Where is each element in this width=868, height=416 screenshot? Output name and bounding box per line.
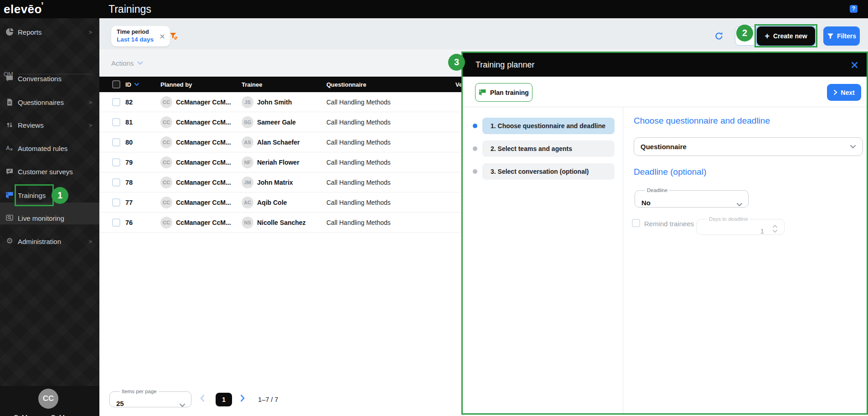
eleveo-logo: elevēo’ (4, 2, 45, 16)
days-to-deadline-value: 1 (760, 227, 764, 235)
cell-id: 77 (125, 199, 160, 206)
chevron-right-icon (240, 394, 245, 402)
prev-page-button[interactable] (200, 394, 205, 402)
panel-header: Training planner (463, 53, 867, 77)
row-checkbox[interactable] (112, 138, 120, 146)
chip-close-icon[interactable] (159, 33, 165, 40)
step-3[interactable]: 3. Select conversation (optional) (482, 163, 615, 180)
chevron-right-icon (833, 89, 837, 95)
remind-trainees-checkbox[interactable] (632, 219, 640, 227)
cell-id: 78 (125, 179, 160, 186)
items-per-page-select[interactable]: Items per page 25 (109, 389, 191, 407)
chevron-right-icon: > (88, 238, 92, 245)
help-icon[interactable]: ? (850, 5, 858, 13)
cell-questionnaire: Call Handling Methods (326, 219, 455, 226)
cell-questionnaire: Call Handling Methods (326, 119, 455, 126)
number-stepper[interactable] (772, 225, 778, 233)
cell-trainee: Nicolle Sanchez (257, 219, 306, 226)
chevron-down-icon (137, 61, 144, 65)
sidebar-item-label: Automated rules (18, 145, 67, 152)
questionnaire-select[interactable]: Questionnaire (634, 137, 863, 156)
sidebar-item-automated-rules[interactable]: A Automated rules (0, 138, 99, 158)
sidebar-item-reports[interactable]: Reports > (0, 22, 99, 42)
sidebar-item-label: Questionnaires (18, 99, 64, 106)
sidebar-item-conversations[interactable]: Conversations (0, 68, 99, 88)
sidebar-item-trainings[interactable]: Trainings (0, 185, 99, 205)
time-period-chip[interactable]: Time period Last 14 days (111, 26, 170, 47)
column-questionnaire[interactable]: Questionnaire (326, 81, 455, 88)
plan-training-label: Plan training (490, 89, 529, 96)
days-to-deadline-input[interactable]: Days to deadline 1 (697, 216, 785, 235)
sidebar-item-customer-surveys[interactable]: Customer surveys (0, 161, 99, 182)
chevron-down-icon (772, 229, 778, 233)
cell-trainee: John Matrix (257, 179, 293, 186)
cell-trainee: Alan Schaefer (257, 139, 300, 146)
next-page-button[interactable] (240, 394, 245, 402)
plan-training-button[interactable]: Plan training (475, 83, 532, 102)
avatar: NF (242, 156, 253, 168)
page-1-button[interactable]: 1 (216, 393, 232, 406)
cell-id: 82 (125, 99, 160, 106)
row-checkbox[interactable] (112, 158, 120, 166)
cell-planned-by: CcManager CcM... (176, 219, 231, 226)
flag-icon (5, 191, 14, 199)
create-new-button[interactable]: + Create new (757, 26, 815, 46)
sidebar-item-questionnaires[interactable]: Questionnaires > (0, 92, 99, 112)
cell-id: 80 (125, 139, 160, 146)
filters-button[interactable]: Filters (823, 26, 860, 46)
logo-mark: ’ (41, 0, 44, 10)
questionnaire-select-value: Questionnaire (641, 143, 687, 151)
avatar: CC (160, 136, 172, 148)
sidebar-user-area: CC CcManager CcManager (0, 386, 99, 416)
row-checkbox[interactable] (112, 98, 120, 106)
select-all-checkbox[interactable] (112, 80, 120, 88)
row-checkbox[interactable] (112, 118, 120, 126)
close-icon[interactable] (851, 61, 858, 69)
plus-icon: + (765, 31, 770, 41)
chevron-down-icon (179, 401, 186, 409)
cell-id: 76 (125, 219, 160, 226)
up-down-arrows-icon (5, 121, 14, 129)
sidebar-item-label: Administration (18, 238, 61, 245)
sidebar-item-administration[interactable]: ⚙ Administration > (0, 231, 99, 251)
cell-id: 81 (125, 119, 160, 126)
column-id[interactable]: ID (125, 81, 160, 88)
avatar[interactable]: CC (38, 389, 58, 409)
sidebar-item-live-monitoring[interactable]: Live monitoring (0, 208, 99, 228)
step-2[interactable]: 2. Select teams and agents (482, 140, 615, 157)
avatar: CC (160, 177, 172, 188)
deadline-select[interactable]: Deadline No (635, 187, 749, 208)
column-trainee[interactable]: Trainee (242, 81, 326, 88)
deadline-value: No (641, 199, 651, 207)
document-icon (5, 98, 14, 106)
row-checkbox[interactable] (112, 178, 120, 187)
refresh-button[interactable] (713, 31, 724, 42)
top-header: elevēo’ Trainings ? (0, 0, 868, 18)
avatar: CC (160, 156, 172, 168)
training-planner-panel: Training planner Plan training Next 1. C… (461, 52, 868, 415)
deadline-heading: Deadline (optional) (634, 167, 707, 177)
next-button[interactable]: Next (827, 84, 861, 101)
row-checkbox[interactable] (112, 198, 120, 207)
remind-trainees-label: Remind trainees (644, 220, 694, 228)
row-checkbox[interactable] (112, 218, 120, 227)
actions-dropdown[interactable]: Actions (111, 49, 144, 77)
chat-bubble-icon (5, 74, 14, 83)
sidebar-item-reviews[interactable]: Reviews > (0, 115, 99, 135)
step-dot (473, 146, 477, 151)
chevron-up-icon (772, 225, 778, 228)
avatar: CC (160, 197, 172, 208)
next-label: Next (841, 89, 854, 96)
cell-planned-by: CcManager CcM... (176, 179, 231, 186)
sidebar-item-label: Conversations (18, 75, 62, 83)
clear-filters-button[interactable] (168, 31, 179, 41)
chip-value: Last 14 days (117, 36, 154, 44)
form-heading: Choose questionnaire and deadline (634, 116, 770, 126)
avatar: CC (160, 217, 172, 229)
chevron-right-icon: > (88, 99, 92, 106)
secondary-outline-button[interactable] (735, 26, 758, 46)
gear-icon: ⚙ (5, 237, 14, 245)
column-planned-by[interactable]: Planned by (160, 81, 242, 88)
cell-trainee: John Smith (257, 99, 292, 106)
step-1[interactable]: 1. Choose questionnaire and deadline (482, 118, 615, 134)
